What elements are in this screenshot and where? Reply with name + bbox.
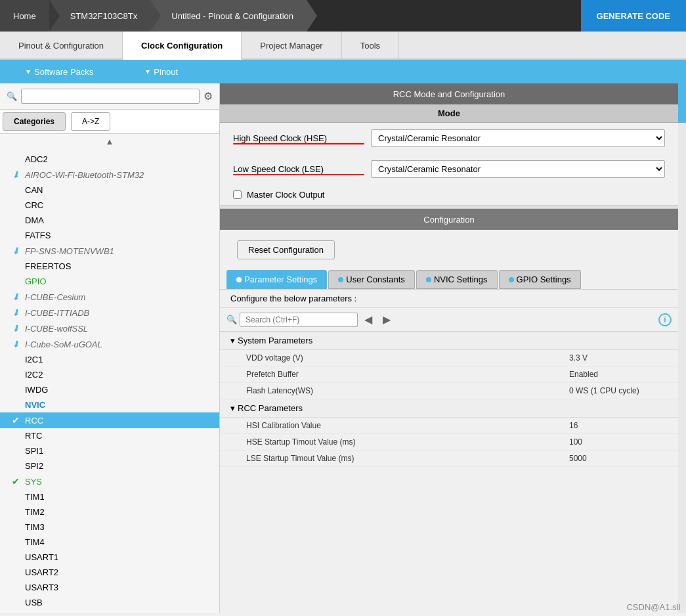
sidebar-item-usart2[interactable]: USART2 xyxy=(0,565,219,580)
nav-device[interactable]: STM32F103C8Tx xyxy=(49,0,151,32)
tab-pinout[interactable]: Pinout & Configuration xyxy=(0,32,123,58)
sidebar-item-usart3[interactable]: USART3 xyxy=(0,580,219,595)
download-icon: ⬇ xyxy=(11,339,21,349)
lse-select[interactable]: Crystal/Ceramic Resonator Disable BYPASS… xyxy=(371,160,665,178)
subnav-pinout[interactable]: ▾ Pinout xyxy=(119,60,204,83)
main-tab-bar: Pinout & Configuration Clock Configurati… xyxy=(0,32,686,60)
lse-label: Low Speed Clock (LSE) xyxy=(233,164,364,174)
param-row-hse-startup: HSE Startup Timout Value (ms) 100 xyxy=(220,434,678,451)
right-scrollbar[interactable] xyxy=(678,83,686,613)
check-icon: ✔ xyxy=(11,415,21,426)
config-tab-gpio[interactable]: GPIO Settings xyxy=(499,270,581,289)
master-clock-label: Master Clock Output xyxy=(247,190,378,200)
search-input[interactable] xyxy=(21,89,200,104)
tab-indicator xyxy=(426,277,431,282)
sidebar-category-tabs: Categories A->Z xyxy=(0,110,219,134)
nav-prev-icon[interactable]: ◀ xyxy=(360,312,376,327)
reset-configuration-button[interactable]: Reset Configuration xyxy=(237,240,335,259)
tab-clock[interactable]: Clock Configuration xyxy=(123,32,242,60)
param-row-flash: Flash Latency(WS) 0 WS (1 CPU cycle) xyxy=(220,383,678,399)
sidebar-item-usb[interactable]: USB xyxy=(0,595,219,610)
sidebar-item-tim4[interactable]: TIM4 xyxy=(0,535,219,550)
search-icon: 🔍 xyxy=(7,91,17,101)
search-icon: 🔍 xyxy=(226,315,237,324)
sidebar-item-crc[interactable]: CRC xyxy=(0,198,219,213)
sidebar-item-usart1[interactable]: USART1 xyxy=(0,550,219,565)
download-icon: ⬇ xyxy=(11,246,21,256)
tab-indicator xyxy=(236,277,242,282)
sidebar-item-spi2[interactable]: SPI2 xyxy=(0,458,219,473)
config-tab-parameter[interactable]: Parameter Settings xyxy=(226,270,327,289)
sidebar-item-sys[interactable]: ✔ SYS xyxy=(0,473,219,489)
config-section: Configuration Reset Configuration Parame… xyxy=(220,209,678,613)
scroll-up-button[interactable]: ▲ xyxy=(0,134,219,149)
system-params-header[interactable]: ▾ System Parameters xyxy=(220,332,678,350)
watermark: CSDN@A1.sIl xyxy=(626,602,681,612)
sidebar-item-adc2[interactable]: ADC2 xyxy=(0,152,219,167)
nav-project-label: Untitled - Pinout & Configuration xyxy=(171,11,293,21)
generate-code-label: GENERATE CODE xyxy=(597,11,670,21)
config-search-input[interactable] xyxy=(240,313,358,327)
scroll-thumb[interactable] xyxy=(678,83,686,123)
info-icon[interactable]: i xyxy=(658,313,672,326)
params-body: ▾ System Parameters VDD voltage (V) 3.3 … xyxy=(220,332,678,613)
config-tab-nvic[interactable]: NVIC Settings xyxy=(416,270,498,289)
subnav-software-packs[interactable]: ▾ Software Packs xyxy=(0,60,119,83)
top-navigation: Home STM32F103C8Tx Untitled - Pinout & C… xyxy=(0,0,686,32)
sidebar-item-gpio[interactable]: GPIO xyxy=(0,274,219,289)
config-tab-user-constants[interactable]: User Constants xyxy=(328,270,415,289)
sidebar-item-dma[interactable]: DMA xyxy=(0,213,219,228)
hse-select[interactable]: Crystal/Ceramic Resonator Disable BYPASS… xyxy=(371,129,665,147)
sidebar-item-nvic[interactable]: NVIC xyxy=(0,397,219,412)
config-section-title: Configuration xyxy=(220,209,678,230)
collapse-icon: ▾ xyxy=(230,336,235,345)
check-icon: ✔ xyxy=(11,476,21,487)
config-tab-bar: Parameter Settings User Constants NVIC S… xyxy=(220,270,678,290)
download-icon: ⬇ xyxy=(11,307,21,318)
sidebar-item-i2c1[interactable]: I2C1 xyxy=(0,352,219,367)
chevron-down-icon: ▾ xyxy=(146,67,150,76)
gear-icon[interactable]: ⚙ xyxy=(204,90,213,102)
generate-code-button[interactable]: GENERATE CODE xyxy=(581,0,686,32)
nav-home[interactable]: Home xyxy=(0,0,49,32)
sidebar-item-tim1[interactable]: TIM1 xyxy=(0,489,219,504)
sidebar-item-icubesom[interactable]: ⬇ I-Cube-SoM-uGOAL xyxy=(0,336,219,352)
rcc-params-header[interactable]: ▾ RCC Parameters xyxy=(220,399,678,418)
sidebar-item-icubeittia[interactable]: ⬇ I-CUBE-ITTIADB xyxy=(0,305,219,320)
sidebar-item-i2c2[interactable]: I2C2 xyxy=(0,367,219,382)
sidebar-list: ADC2 ⬇ AIROC-Wi-Fi-Bluetooth-STM32 CAN C… xyxy=(0,149,219,613)
nav-device-label: STM32F103C8Tx xyxy=(70,11,138,21)
sidebar-item-fpsnsmoten[interactable]: ⬇ FP-SNS-MOTENVWB1 xyxy=(0,243,219,259)
nav-next-icon[interactable]: ▶ xyxy=(379,312,395,327)
sidebar-item-rcc[interactable]: ✔ RCC xyxy=(0,412,219,428)
sidebar: 🔍 ⚙ Categories A->Z ▲ ADC2 ⬇ AIROC-Wi-Fi… xyxy=(0,83,220,613)
sidebar-item-airoc[interactable]: ⬇ AIROC-Wi-Fi-Bluetooth-STM32 xyxy=(0,167,219,183)
sidebar-tab-atoz[interactable]: A->Z xyxy=(71,112,110,131)
hse-row: High Speed Clock (HSE) Crystal/Ceramic R… xyxy=(220,123,678,154)
nav-home-label: Home xyxy=(13,11,36,21)
sidebar-item-icubewolf[interactable]: ⬇ I-CUBE-wolfSSL xyxy=(0,320,219,336)
content-area: RCC Mode and Configuration Mode High Spe… xyxy=(220,83,678,613)
chevron-down-icon: ▾ xyxy=(26,67,30,76)
download-icon: ⬇ xyxy=(11,323,21,334)
sidebar-item-fatfs[interactable]: FATFS xyxy=(0,228,219,243)
sidebar-item-can[interactable]: CAN xyxy=(0,183,219,198)
tab-project-manager[interactable]: Project Manager xyxy=(242,32,341,58)
sidebar-item-freertos[interactable]: FREERTOS xyxy=(0,259,219,274)
nav-project[interactable]: Untitled - Pinout & Configuration xyxy=(150,0,307,32)
sidebar-item-tim2[interactable]: TIM2 xyxy=(0,504,219,519)
sidebar-item-icubecesium[interactable]: ⬇ I-CUBE-Cesium xyxy=(0,289,219,305)
sidebar-item-iwdg[interactable]: IWDG xyxy=(0,382,219,397)
param-row-prefetch: Prefetch Buffer Enabled xyxy=(220,366,678,383)
master-clock-row: Master Clock Output xyxy=(220,185,678,205)
chevron-up-icon: ▲ xyxy=(106,137,114,146)
sidebar-item-spi1[interactable]: SPI1 xyxy=(0,443,219,458)
config-search-bar: 🔍 ◀ ▶ i xyxy=(220,308,678,332)
sidebar-item-tim3[interactable]: TIM3 xyxy=(0,519,219,535)
param-row-hsi: HSI Calibration Value 16 xyxy=(220,418,678,434)
sidebar-tab-categories[interactable]: Categories xyxy=(3,112,66,131)
params-label-area: Configure the below parameters : xyxy=(220,290,678,308)
tab-tools[interactable]: Tools xyxy=(342,32,399,58)
sidebar-item-rtc[interactable]: RTC xyxy=(0,428,219,443)
master-clock-checkbox[interactable] xyxy=(233,190,242,199)
